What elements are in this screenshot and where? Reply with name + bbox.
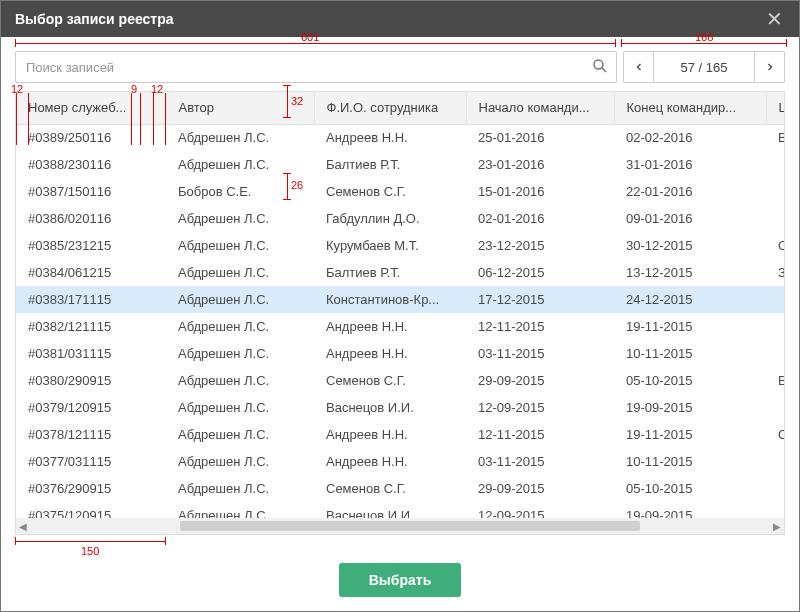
cell-end: 24-12-2015	[614, 286, 766, 313]
col-number[interactable]: Номер служеб...	[16, 92, 166, 124]
cell-start: 12-11-2015	[466, 313, 614, 340]
cell-num: #0379/120915	[16, 394, 166, 421]
cell-author: Абдрешен Л.С.	[166, 124, 314, 151]
col-fio[interactable]: Ф.И.О. сотрудника	[314, 92, 466, 124]
table-row[interactable]: #0375/120915Абдрешен Л.С.Васнецов И.И.12…	[16, 502, 784, 518]
titlebar: Выбор записи реестра ✕	[1, 1, 799, 37]
col-author[interactable]: Автор	[166, 92, 314, 124]
table-row[interactable]: #0385/231215Абдрешен Л.С.Курумбаев М.Т.2…	[16, 232, 784, 259]
select-button[interactable]: Выбрать	[339, 563, 462, 597]
cell-fio: Семенов С.Г.	[314, 178, 466, 205]
pager: 57 / 165	[623, 51, 785, 83]
cell-fio: Семенов С.Г.	[314, 475, 466, 502]
table-row[interactable]: #0388/230116Абдрешен Л.С.Балтиев Р.Т.23-…	[16, 151, 784, 178]
cell-author: Абдрешен Л.С.	[166, 394, 314, 421]
cell-num: #0381/031115	[16, 340, 166, 367]
table-scroll[interactable]: Номер служеб... Автор Ф.И.О. сотрудника …	[16, 92, 784, 518]
cell-start: 12-09-2015	[466, 394, 614, 421]
cell-fio: Балтиев Р.Т.	[314, 259, 466, 286]
pager-prev-button[interactable]	[624, 52, 654, 82]
cell-author: Абдрешен Л.С.	[166, 367, 314, 394]
cell-goal	[766, 448, 784, 475]
table-row[interactable]: #0382/121115Абдрешен Л.С.Андреев Н.Н.12-…	[16, 313, 784, 340]
cell-author: Абдрешен Л.С.	[166, 286, 314, 313]
registry-picker-dialog: Выбор записи реестра ✕ 57 / 165	[0, 0, 800, 612]
cell-author: Абдрешен Л.С.	[166, 151, 314, 178]
cell-goal: Вст	[766, 124, 784, 151]
cell-author: Абдрешен Л.С.	[166, 313, 314, 340]
cell-fio: Семенов С.Г.	[314, 367, 466, 394]
cell-goal	[766, 475, 784, 502]
close-icon[interactable]: ✕	[760, 7, 789, 31]
col-goal[interactable]: Це	[766, 92, 784, 124]
table-row[interactable]: #0383/171115Абдрешен Л.С.Константинов-Кр…	[16, 286, 784, 313]
cell-fio: Курумбаев М.Т.	[314, 232, 466, 259]
scroll-thumb[interactable]	[180, 521, 640, 531]
cell-start: 06-12-2015	[466, 259, 614, 286]
col-end[interactable]: Конец командир...	[614, 92, 766, 124]
toolbar: 57 / 165	[15, 51, 785, 83]
cell-end: 09-01-2016	[614, 205, 766, 232]
cell-fio: Васнецов И.И.	[314, 394, 466, 421]
cell-num: #0377/031115	[16, 448, 166, 475]
cell-goal: Св	[766, 421, 784, 448]
cell-end: 19-11-2015	[614, 313, 766, 340]
cell-start: 02-01-2016	[466, 205, 614, 232]
cell-author: Абдрешен Л.С.	[166, 205, 314, 232]
pager-next-button[interactable]	[754, 52, 784, 82]
cell-end: 19-09-2015	[614, 394, 766, 421]
table-row[interactable]: #0381/031115Абдрешен Л.С.Андреев Н.Н.03-…	[16, 340, 784, 367]
cell-num: #0384/061215	[16, 259, 166, 286]
cell-author: Абдрешен Л.С.	[166, 421, 314, 448]
table-row[interactable]: #0376/290915Абдрешен Л.С.Семенов С.Г.29-…	[16, 475, 784, 502]
table-row[interactable]: #0380/290915Абдрешен Л.С.Семенов С.Г.29-…	[16, 367, 784, 394]
cell-end: 05-10-2015	[614, 367, 766, 394]
cell-author: Абдрешен Л.С.	[166, 259, 314, 286]
cell-goal	[766, 394, 784, 421]
cell-num: #0376/290915	[16, 475, 166, 502]
cell-goal: Вст	[766, 367, 784, 394]
cell-num: #0378/121115	[16, 421, 166, 448]
cell-start: 12-11-2015	[466, 421, 614, 448]
cell-author: Абдрешен Л.С.	[166, 502, 314, 518]
dialog-footer: Выбрать	[1, 549, 799, 611]
cell-author: Бобров С.Е.	[166, 178, 314, 205]
cell-fio: Андреев Н.Н.	[314, 421, 466, 448]
col-start[interactable]: Начало команди...	[466, 92, 614, 124]
search-input[interactable]	[15, 51, 617, 83]
cell-author: Абдрешен Л.С.	[166, 448, 314, 475]
scroll-right-icon[interactable]: ▶	[770, 519, 784, 533]
cell-start: 15-01-2016	[466, 178, 614, 205]
cell-goal	[766, 502, 784, 518]
horizontal-scrollbar[interactable]: ◀ ▶	[16, 518, 784, 534]
table-row[interactable]: #0389/250116Абдрешен Л.С.Андреев Н.Н.25-…	[16, 124, 784, 151]
table-row[interactable]: #0379/120915Абдрешен Л.С.Васнецов И.И.12…	[16, 394, 784, 421]
table-header-row: Номер служеб... Автор Ф.И.О. сотрудника …	[16, 92, 784, 124]
cell-fio: Балтиев Р.Т.	[314, 151, 466, 178]
cell-num: #0385/231215	[16, 232, 166, 259]
cell-end: 02-02-2016	[614, 124, 766, 151]
cell-start: 12-09-2015	[466, 502, 614, 518]
table-row[interactable]: #0378/121115Абдрешен Л.С.Андреев Н.Н.12-…	[16, 421, 784, 448]
pager-position: 57 / 165	[654, 52, 754, 82]
cell-author: Абдрешен Л.С.	[166, 475, 314, 502]
cell-num: #0389/250116	[16, 124, 166, 151]
cell-end: 31-01-2016	[614, 151, 766, 178]
table-row[interactable]: #0386/020116Абдрешен Л.С.Габдуллин Д.О.0…	[16, 205, 784, 232]
cell-fio: Габдуллин Д.О.	[314, 205, 466, 232]
scroll-track[interactable]	[30, 520, 770, 532]
cell-goal: Оз	[766, 232, 784, 259]
cell-start: 23-01-2016	[466, 151, 614, 178]
cell-end: 22-01-2016	[614, 178, 766, 205]
cell-fio: Константинов-Кр...	[314, 286, 466, 313]
cell-goal	[766, 313, 784, 340]
records-table: Номер служеб... Автор Ф.И.О. сотрудника …	[16, 92, 784, 518]
table-row[interactable]: #0384/061215Абдрешен Л.С.Балтиев Р.Т.06-…	[16, 259, 784, 286]
cell-fio: Андреев Н.Н.	[314, 340, 466, 367]
cell-goal	[766, 286, 784, 313]
cell-num: #0382/121115	[16, 313, 166, 340]
scroll-left-icon[interactable]: ◀	[16, 519, 30, 533]
cell-end: 19-11-2015	[614, 421, 766, 448]
table-row[interactable]: #0387/150116Бобров С.Е.Семенов С.Г.15-01…	[16, 178, 784, 205]
table-row[interactable]: #0377/031115Абдрешен Л.С.Андреев Н.Н.03-…	[16, 448, 784, 475]
